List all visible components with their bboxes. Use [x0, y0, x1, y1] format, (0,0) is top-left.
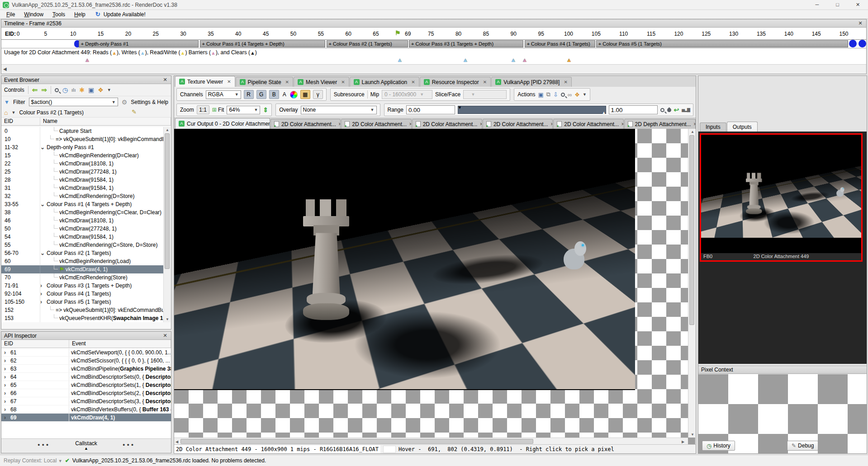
close-tab-icon[interactable]: ✕ [227, 79, 231, 84]
close-tab-icon[interactable]: ✕ [479, 122, 482, 127]
tab-inputs[interactable]: Inputs [700, 122, 726, 132]
pixel-context-view[interactable]: ◷ History ✎ Debug [698, 374, 867, 453]
menu-tools[interactable]: Tools [49, 11, 69, 18]
range-min-input[interactable] [406, 105, 455, 114]
api-call-row[interactable]: ›65vkCmdBindDescriptorSets(1, { Descript… [1, 381, 171, 389]
api-call-row[interactable]: ›66vkCmdBindDescriptorSets(2, { Descript… [1, 389, 171, 397]
scroll-down-icon[interactable]: ▼ [691, 433, 694, 437]
event-row[interactable]: 71-91›Colour Pass #3 (1 Targets + Depth) [1, 282, 163, 290]
filter-dropdown-icon[interactable]: ▼ [109, 100, 116, 104]
collapse-icon[interactable]: ⌄ [40, 143, 47, 151]
timeline-ruler[interactable]: EID: 05101520253035404550556065758085909… [1, 28, 866, 40]
usage-marker-barrier[interactable]: ▲ [85, 56, 90, 63]
close-tab-icon[interactable]: ✕ [338, 122, 341, 127]
event-row[interactable]: 60vkCmdBeginRendering(Load) [1, 257, 163, 265]
event-browser-close-icon[interactable]: ✕ [162, 77, 168, 83]
fit-button[interactable]: ⊞ Fit [212, 107, 224, 113]
update-available-link[interactable]: Update Available! [104, 11, 146, 18]
menu-help[interactable]: Help [71, 11, 89, 18]
tab-pipeline-state[interactable]: APipeline State✕ [236, 77, 293, 87]
colorwheel-icon[interactable] [290, 91, 298, 99]
event-row[interactable]: 0Capture Start [1, 127, 163, 135]
event-row[interactable]: 152=> vkQueueSubmit(1)[0]: vkEndCommandB… [1, 306, 163, 314]
event-row[interactable]: 153vkQueuePresentKHR(Swapchain Image 139… [1, 314, 163, 322]
minimize-button[interactable]: ─ [807, 0, 827, 9]
mip-select[interactable]: 0 - 1600x900▼ [382, 90, 432, 99]
channel-a-button[interactable]: A [282, 91, 287, 98]
expand-icon[interactable]: › [40, 282, 47, 290]
texture-tab[interactable]: ACur Output 0 - 2D Color Attachment... [175, 118, 270, 129]
event-row[interactable]: 55vkCmdEndRendering(C=Store, D=Store) [1, 241, 163, 249]
usage-marker-read[interactable]: ▲ [566, 56, 572, 63]
breadcrumb-label[interactable]: Colour Pass #2 (1 Targets) [19, 109, 84, 116]
api-call-row[interactable]: ›63vkCmdBindPipeline(Graphics Pipeline 3… [1, 365, 171, 373]
expand-icon[interactable]: › [40, 290, 47, 298]
find-event-icon[interactable] [55, 88, 59, 92]
scroll-up-icon[interactable]: ▲ [691, 130, 694, 134]
event-row[interactable]: 32vkCmdEndRendering(D=Store) [1, 192, 163, 200]
collapse-icon[interactable]: ⌄ [40, 249, 47, 257]
texture-tab[interactable]: 2D Color Attachment...✕ [341, 119, 411, 129]
extensions-dropdown-icon[interactable]: ▼ [107, 88, 111, 92]
maximize-button[interactable]: □ [827, 0, 848, 9]
event-row[interactable]: 92-104›Colour Pass #4 (1 Targets) [1, 290, 163, 298]
save-texture-icon[interactable]: ▣ [538, 91, 544, 98]
close-tab-icon[interactable]: ✕ [409, 122, 412, 127]
event-row[interactable]: 22vkCmdDraw(18108, 1) [1, 160, 163, 168]
statistics-icon[interactable]: ılı [71, 87, 76, 93]
timeline-close-icon[interactable]: ✕ [857, 20, 863, 26]
expand-icon[interactable]: › [4, 405, 10, 414]
scroll-left-icon[interactable]: ◀ [175, 440, 178, 444]
zoom-select[interactable]: 64%▼ [227, 106, 260, 114]
close-tab-icon[interactable]: ✕ [341, 80, 345, 85]
timeline-pass-bar[interactable]: + Colour Pass #5 (1 Targets) [596, 40, 849, 47]
range-max-input[interactable] [609, 105, 658, 114]
event-row[interactable]: 10=> vkQueueSubmit(1)[0]: vkBeginCommand… [1, 135, 163, 143]
api-call-row[interactable]: ›68vkCmdBindVertexBuffers(0, { Buffer 16… [1, 405, 171, 414]
timeline-pass-bar[interactable]: + Colour Pass #1 (4 Targets + Depth) [200, 40, 326, 47]
event-row[interactable]: 50vkCmdDraw(277248, 1) [1, 225, 163, 233]
expand-icon[interactable]: › [4, 348, 10, 357]
channel-b-button[interactable]: B [269, 90, 279, 99]
event-row[interactable]: 69⚑vkCmdDraw(4, 1) [1, 265, 163, 273]
open-texture-icon[interactable]: ⇩ [553, 91, 558, 98]
usage-marker-write[interactable]: ▲ [397, 56, 403, 63]
timeline-scrollbar[interactable]: ◀ [1, 64, 866, 73]
event-row[interactable]: 70vkCmdEndRendering(Store) [1, 273, 163, 282]
expand-icon[interactable]: › [40, 298, 47, 306]
histogram-icon[interactable]: ▅▂▇ [682, 108, 690, 112]
event-row[interactable]: 38vkCmdBeginRendering(C=Clear, D=Clear) [1, 208, 163, 217]
tab-outputs[interactable]: Outputs [727, 122, 758, 132]
white-point-marker[interactable]: ▲ [602, 110, 606, 115]
collapse-icon[interactable]: ⌄ [40, 200, 47, 208]
close-tab-icon[interactable]: ✕ [285, 80, 289, 85]
close-tab-icon[interactable]: ✕ [411, 80, 415, 85]
goto-icon[interactable] [561, 93, 565, 97]
actions-dropdown-icon[interactable]: ▼ [583, 92, 587, 97]
expand-icon[interactable]: › [4, 414, 10, 422]
close-tab-icon[interactable]: ✕ [483, 80, 487, 85]
filter-input[interactable]: $action() ▼ [29, 98, 118, 106]
event-row[interactable]: 15vkCmdBeginRendering(D=Clear) [1, 151, 163, 160]
texture-tab[interactable]: 2D Color Attachment...✕ [553, 119, 623, 129]
event-row[interactable]: 33-55⌄Colour Pass #1 (4 Targets + Depth) [1, 200, 163, 208]
event-row[interactable]: 54vkCmdDraw(91584, 1) [1, 233, 163, 241]
background-checker-button[interactable]: ▦ [300, 90, 310, 99]
expand-icon[interactable]: › [4, 389, 10, 397]
channels-mode-select[interactable]: RGBA▼ [206, 90, 241, 99]
texture-tab[interactable]: 2D Color Attachment...✕ [412, 119, 482, 129]
breadcrumb-dropdown-icon[interactable]: ▼ [11, 110, 15, 115]
tab-vulkanapp-pid-27988-[interactable]: AVulkanApp [PID 27988]✕ [491, 77, 572, 87]
event-browser-scrollbar[interactable]: ▲ ▼ [163, 127, 171, 322]
tab-texture-viewer[interactable]: ATexture Viewer✕ [175, 76, 235, 87]
save-icon[interactable]: ▣ [88, 87, 94, 93]
close-button[interactable]: ✕ [848, 0, 868, 9]
texture-tab[interactable]: 2D Color Attachment...✕ [483, 119, 553, 129]
timing-clock-icon[interactable]: ◷ [62, 87, 68, 93]
scroll-down-icon[interactable]: ▼ [166, 317, 169, 321]
api-inspector-close-icon[interactable]: ✕ [162, 333, 168, 339]
event-row[interactable]: 105-150›Colour Pass #5 (1 Targets) [1, 298, 163, 306]
channel-g-button[interactable]: G [256, 90, 266, 99]
event-row[interactable]: 25vkCmdDraw(277248, 1) [1, 168, 163, 176]
slice-select[interactable]: ▼ [463, 90, 507, 99]
